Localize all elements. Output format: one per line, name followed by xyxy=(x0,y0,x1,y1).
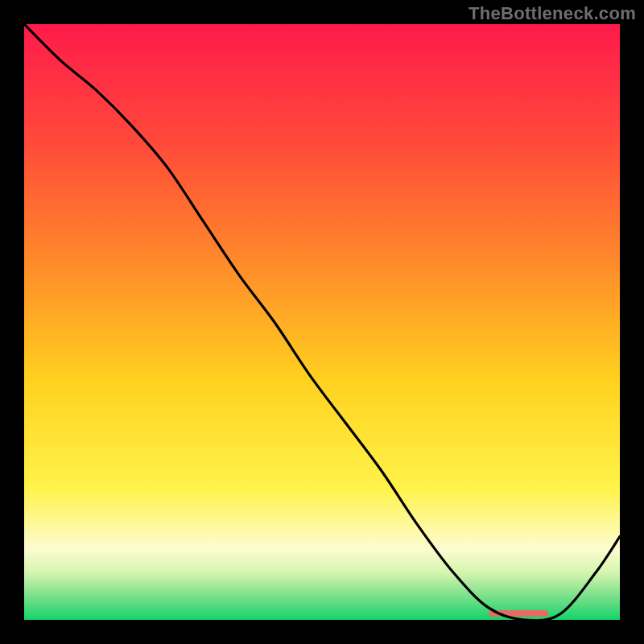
chart-frame: TheBottleneck.com xyxy=(0,0,644,644)
chart-plot-area xyxy=(24,24,620,620)
chart-svg xyxy=(24,24,620,620)
watermark-text: TheBottleneck.com xyxy=(469,3,636,24)
chart-background-gradient xyxy=(24,24,620,620)
